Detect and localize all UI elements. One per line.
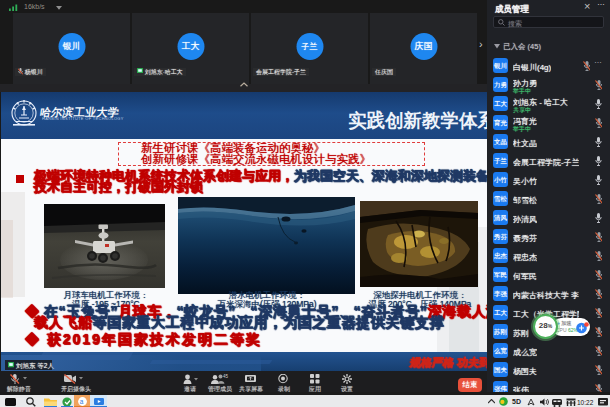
svg-text:45: 45 xyxy=(223,374,229,379)
svg-text:a: a xyxy=(79,398,83,405)
